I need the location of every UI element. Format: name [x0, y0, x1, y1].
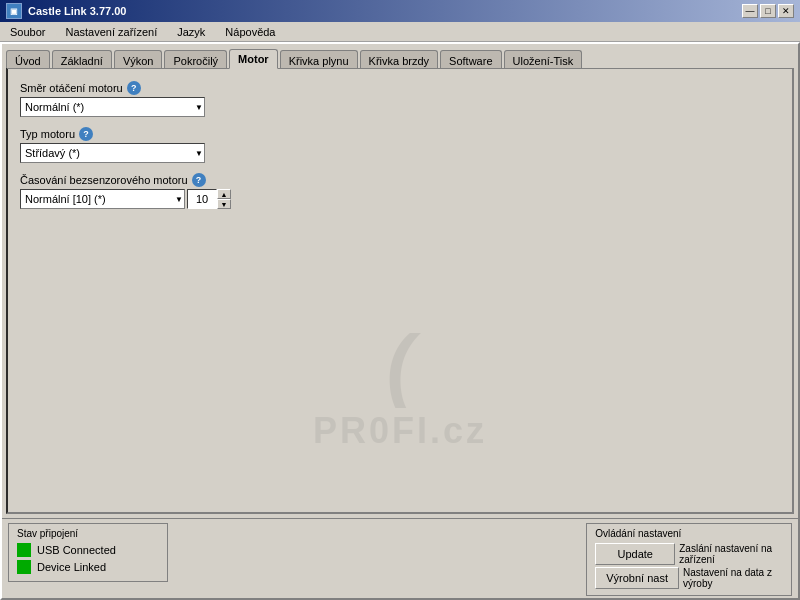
menu-jazyk[interactable]: Jazyk [171, 25, 211, 39]
typ-label: Typ motoru [20, 128, 75, 140]
menu-soubor[interactable]: Soubor [4, 25, 51, 39]
control-panel: Ovládání nastavení Update Zaslání nastav… [586, 523, 792, 596]
tab-krivka-plynu[interactable]: Křivka plynu [280, 50, 358, 70]
smer-select-wrapper: Normální (*) Obrácený [20, 97, 205, 117]
tab-motor[interactable]: Motor [229, 49, 278, 69]
watermark-text: PR0FI.cz [313, 410, 487, 452]
smer-label: Směr otáčení motoru [20, 82, 123, 94]
window-title: Castle Link 3.77.00 [28, 5, 126, 17]
typ-group: Typ motoru ? Střídavý (*) Stejnosměrný [20, 127, 780, 163]
tab-uvod[interactable]: Úvod [6, 50, 50, 70]
usb-status-label: USB Connected [37, 544, 116, 556]
casovani-number-input[interactable] [187, 189, 217, 209]
factory-row: Výrobní nast Nastavení na data z výroby [595, 567, 783, 589]
casovani-spinner-buttons: ▲ ▼ [217, 189, 231, 209]
casovani-help-icon[interactable]: ? [192, 173, 206, 187]
tab-zakladni[interactable]: Základní [52, 50, 112, 70]
menu-napoveda[interactable]: Nápověda [219, 25, 281, 39]
tab-bar: Úvod Základní Výkon Pokročilý Motor Křiv… [2, 44, 798, 68]
usb-status-item: USB Connected [17, 543, 159, 557]
typ-select-wrapper: Střídavý (*) Stejnosměrný [20, 143, 205, 163]
tab-software[interactable]: Software [440, 50, 501, 70]
tab-krivka-brzdy[interactable]: Křivka brzdy [360, 50, 439, 70]
factory-button[interactable]: Výrobní nast [595, 567, 679, 589]
update-label: Zaslání nastavení na zařízení [679, 543, 779, 565]
tab-vykon[interactable]: Výkon [114, 50, 163, 70]
tab-ulozeni-tisk[interactable]: Uložení-Tisk [504, 50, 583, 70]
update-button[interactable]: Update [595, 543, 675, 565]
usb-status-dot [17, 543, 31, 557]
device-status-label: Device Linked [37, 561, 106, 573]
close-button[interactable]: ✕ [778, 4, 794, 18]
casovani-group: Časování bezsenzorového motoru ? Normáln… [20, 173, 780, 209]
device-status-dot [17, 560, 31, 574]
content-area: Směr otáčení motoru ? Normální (*) Obrác… [6, 68, 794, 514]
maximize-button[interactable]: □ [760, 4, 776, 18]
connection-title: Stav připojení [17, 528, 159, 539]
factory-label: Nastavení na data z výroby [683, 567, 783, 589]
watermark: ( PR0FI.cz [313, 318, 487, 452]
casovani-select-wrapper: Normální [10] (*) Vysoké [25] Nízké [5] [20, 189, 185, 209]
watermark-symbol: ( [313, 318, 487, 410]
main-window: Úvod Základní Výkon Pokročilý Motor Křiv… [0, 42, 800, 600]
connection-status-panel: Stav připojení USB Connected Device Link… [8, 523, 168, 582]
app-icon: ▣ [6, 3, 22, 19]
typ-select[interactable]: Střídavý (*) Stejnosměrný [20, 143, 205, 163]
status-bar: Stav připojení USB Connected Device Link… [2, 518, 798, 598]
device-status-item: Device Linked [17, 560, 159, 574]
casovani-select[interactable]: Normální [10] (*) Vysoké [25] Nízké [5] [20, 189, 185, 209]
tab-pokrocily[interactable]: Pokročilý [164, 50, 227, 70]
casovani-increment-button[interactable]: ▲ [217, 189, 231, 199]
control-title: Ovládání nastavení [595, 528, 783, 539]
casovani-decrement-button[interactable]: ▼ [217, 199, 231, 209]
typ-help-icon[interactable]: ? [79, 127, 93, 141]
smer-help-icon[interactable]: ? [127, 81, 141, 95]
smer-group: Směr otáčení motoru ? Normální (*) Obrác… [20, 81, 780, 117]
update-row: Update Zaslání nastavení na zařízení [595, 543, 783, 565]
casovani-label: Časování bezsenzorového motoru [20, 174, 188, 186]
title-bar: ▣ Castle Link 3.77.00 — □ ✕ [0, 0, 800, 22]
menu-bar: Soubor Nastavení zařízení Jazyk Nápověda [0, 22, 800, 42]
window-controls: — □ ✕ [742, 4, 794, 18]
casovani-spinner: ▲ ▼ [187, 189, 231, 209]
smer-select[interactable]: Normální (*) Obrácený [20, 97, 205, 117]
minimize-button[interactable]: — [742, 4, 758, 18]
menu-nastaveni[interactable]: Nastavení zařízení [59, 25, 163, 39]
